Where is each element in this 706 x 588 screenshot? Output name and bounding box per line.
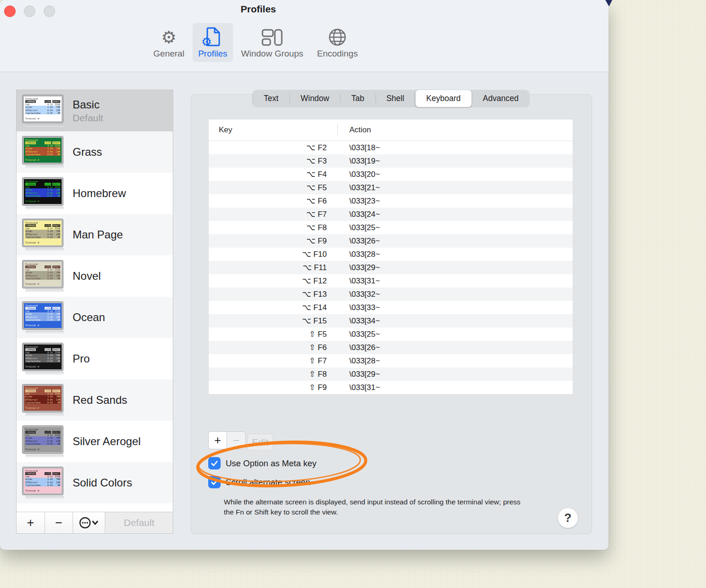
table-row[interactable]: ⌥ F3 \033[19~ [209,154,573,168]
action-cell: \033[23~ [337,197,380,206]
profile-name: Grass [73,146,102,158]
key-cell: ⌥ F12 [209,276,337,286]
table-row[interactable]: ⇧ F7 \033[28~ [209,354,573,368]
profile-text: Solid Colors [73,476,132,489]
table-row[interactable]: ⌥ F11 \033[29~ [209,261,573,274]
use-option-as-meta-checkbox-row: Use Option as Meta key [208,457,316,469]
globe-icon [328,27,347,47]
help-button[interactable]: ? [558,508,578,528]
key-cell: ⌥ F13 [209,289,337,299]
checkbox-checked-icon[interactable] [208,457,221,469]
profile-text: Ocean [73,311,105,324]
action-cell: \033[19~ [337,157,380,166]
profile-text: Grass [73,146,102,158]
profile-settings-panel: Key Action ⌥ F2 \033[18~ ⌥ F3 \033[19~ ⌥… [191,94,592,534]
profile-text: Man Page [73,228,123,241]
window-groups-icon [262,27,283,47]
table-row[interactable]: ⌥ F7 \033[24~ [209,208,573,221]
action-cell: \033[34~ [337,317,380,326]
tab-window[interactable]: Window [290,90,340,107]
toolbar-label: Window Groups [241,49,303,59]
toolbar-item-profiles[interactable]: ⚙ Profiles [193,23,233,62]
column-divider [337,124,338,136]
remove-shortcut-button[interactable]: − [227,431,246,449]
edit-shortcut-button[interactable]: Edit [247,434,273,451]
toolbar: ⚙ General ⚙ Profiles [0,23,511,62]
key-cell: ⌥ F15 [209,316,337,326]
action-cell: \033[31~ [337,383,380,392]
table-row[interactable]: ⇧ F8 \033[29~ [209,368,573,381]
titlebar: Profiles ⚙ General ⚙ Profiles [0,0,609,72]
remove-profile-button[interactable]: − [45,512,73,533]
checkbox-checked-icon[interactable] [208,476,221,488]
profile-name: Man Page [73,228,123,241]
profile-name: Solid Colors [73,476,132,489]
action-cell: \033[24~ [337,210,380,219]
profile-text: Basic Default [73,98,103,124]
key-cell: ⇧ F9 [209,383,337,392]
tab-tab[interactable]: Tab [340,90,375,107]
add-profile-button[interactable]: + [17,512,45,533]
toolbar-item-encodings[interactable]: Encodings [312,23,364,62]
profile-text: Silver Aerogel [73,435,141,448]
table-row[interactable]: ⌥ F5 \033[21~ [209,181,573,194]
more-options-button[interactable] [73,512,105,533]
key-cell: ⌥ F5 [209,183,337,192]
checkbox-label[interactable]: Scroll alternate screen [226,477,310,487]
toolbar-item-general[interactable]: ⚙ General [148,23,190,62]
profile-list-footer: + − Default [17,512,173,533]
table-row[interactable]: ⌥ F9 \033[26~ [209,234,573,248]
tab-text[interactable]: Text [253,90,290,107]
profile-row-grass[interactable]: Terminal# COMMAND %CPU RPRVT top4.1%231K… [17,131,173,173]
table-row[interactable]: ⌥ F4 \033[20~ [209,168,573,181]
terminal-thumbnail: Terminal# COMMAND %CPU RPRVT top4.1%231K… [23,467,67,499]
table-row[interactable]: ⌥ F2 \033[18~ [209,141,573,154]
key-cell: ⌥ F3 [209,156,337,166]
table-row[interactable]: ⇧ F5 \033[25~ [209,328,573,341]
profile-subtitle: Default [73,113,103,124]
action-cell: \033[26~ [337,343,380,352]
terminal-thumbnail: Terminal# COMMAND %CPU RPRVT top4.1%231K… [23,95,67,127]
profile-row-red-sands[interactable]: Terminal# COMMAND %CPU RPRVT top4.1%231K… [17,379,173,421]
preferences-window: Profiles ⚙ General ⚙ Profiles [0,0,609,550]
terminal-thumbnail: Terminal# COMMAND %CPU RPRVT top4.1%231K… [23,302,67,334]
tab-advanced[interactable]: Advanced [472,90,530,107]
add-shortcut-button[interactable]: + [208,431,227,449]
key-cell: ⌥ F14 [209,303,337,312]
tab-keyboard[interactable]: Keyboard [415,90,472,107]
profile-row-solid-colors[interactable]: Terminal# COMMAND %CPU RPRVT top4.1%231K… [17,462,173,503]
default-button[interactable]: Default [105,512,173,533]
key-cell: ⌥ F4 [209,170,337,179]
profile-row-basic[interactable]: Terminal# COMMAND %CPU RPRVT top4.1%231K… [17,90,173,131]
table-row[interactable]: ⌥ F8 \033[25~ [209,221,573,234]
profile-row-ocean[interactable]: Terminal# COMMAND %CPU RPRVT top4.1%231K… [17,297,173,338]
table-row[interactable]: ⌥ F12 \033[31~ [209,274,573,288]
table-row[interactable]: ⇧ F6 \033[26~ [209,341,573,354]
alternate-screen-footnote: While the alternate screen is displayed,… [224,497,531,517]
terminal-thumbnail: Terminal# COMMAND %CPU RPRVT top4.1%231K… [23,136,67,168]
profile-row-pro[interactable]: Terminal# COMMAND %CPU RPRVT top4.1%231K… [17,338,173,379]
table-row[interactable]: ⌥ F14 \033[33~ [209,301,573,314]
profile-row-man-page[interactable]: Terminal# COMMAND %CPU RPRVT top4.1%231K… [17,214,173,255]
keyboard-shortcut-table: Key Action ⌥ F2 \033[18~ ⌥ F3 \033[19~ ⌥… [208,119,573,395]
table-actions: + − Edit [208,431,273,451]
table-body: ⌥ F2 \033[18~ ⌥ F3 \033[19~ ⌥ F4 \033[20… [209,141,573,394]
toolbar-item-window-groups[interactable]: Window Groups [236,23,309,62]
checkbox-label[interactable]: Use Option as Meta key [226,458,316,469]
column-header-key: Key [209,125,232,135]
action-cell: \033[29~ [337,370,380,379]
action-cell: \033[28~ [337,250,380,259]
profile-row-silver-aerogel[interactable]: Terminal# COMMAND %CPU RPRVT top4.1%231K… [17,421,173,462]
table-row[interactable]: ⇧ F9 \033[31~ [209,381,573,394]
table-row[interactable]: ⌥ F6 \033[23~ [209,194,573,208]
tab-shell[interactable]: Shell [375,90,415,107]
action-cell: \033[26~ [337,237,380,246]
profile-name: Novel [73,270,101,283]
action-cell: \033[25~ [337,330,380,339]
profile-row-novel[interactable]: Terminal# COMMAND %CPU RPRVT top4.1%231K… [17,255,173,297]
table-row[interactable]: ⌥ F13 \033[32~ [209,288,573,301]
table-row[interactable]: ⌥ F10 \033[28~ [209,248,573,261]
table-row[interactable]: ⌥ F15 \033[34~ [209,314,573,328]
profile-name: Homebrew [73,187,126,200]
profile-row-homebrew[interactable]: Terminal# COMMAND %CPU RPRVT top4.1%231K… [17,173,173,214]
